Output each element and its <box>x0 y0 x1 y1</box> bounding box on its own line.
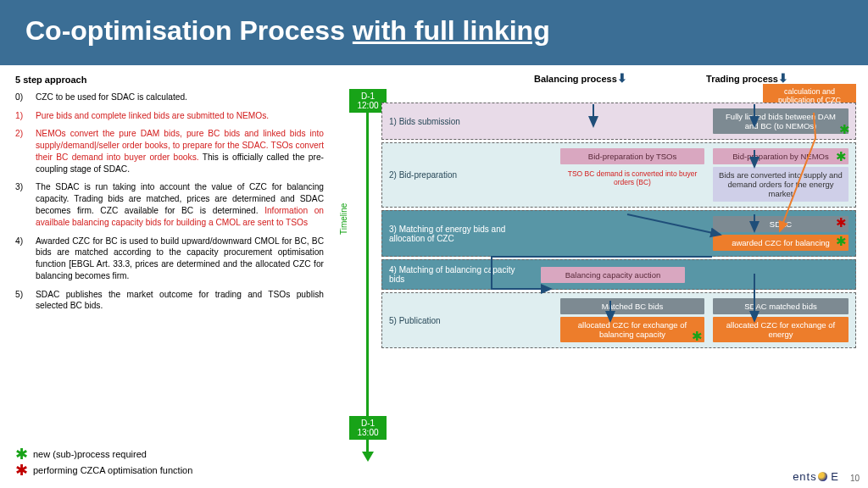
steps-list: 0)CZC to be used for SDAC is calculated.… <box>15 92 324 312</box>
step-1: 1)Pure bids and complete linked bids are… <box>15 110 324 122</box>
cell-balancing-auction: Balancing capacity auction <box>541 267 685 283</box>
cell-linked-bids: Fully linked bids between DAM and BC (to… <box>713 108 849 134</box>
slide-title: Co-optimisation Process with full linkin… <box>0 0 868 65</box>
legend-czca: ✱performing CZCA optimisation function <box>15 464 192 476</box>
slide-number: 10 <box>850 474 860 483</box>
cell-matched-bc: Matched BC bids <box>560 298 704 314</box>
step-4: 4)Awarded CZC for BC is used to build up… <box>15 236 324 282</box>
entsoe-logo: ents E <box>793 470 839 483</box>
legend: ✱new (sub-)process required ✱performing … <box>15 445 192 476</box>
column-headers: Balancing process⬇ Trading process⬇ <box>331 70 856 84</box>
title-plain: Co-optimisation Process <box>25 15 353 46</box>
row-matching-balancing: 4) Matching of balancing capacity bids B… <box>381 259 856 290</box>
slide-body: 5 step approach 0)CZC to be used for SDA… <box>0 65 868 480</box>
title-underline: with full linking <box>353 15 550 46</box>
trading-header: Trading process⬇ <box>706 70 788 84</box>
timeline-label: Timeline <box>339 203 348 235</box>
cell-tso-prep-note: TSO BC demand is converted into buyer or… <box>560 169 704 186</box>
new-process-marker-icon: ✱ <box>836 235 847 247</box>
row-publication: 5) Publication Matched BC bids allocated… <box>381 292 856 348</box>
steps-heading: 5 step approach <box>15 74 324 86</box>
red-star-icon: ✱ <box>15 464 28 476</box>
row-bids-submission: 1) Bids submission Fully linked bids bet… <box>381 103 856 140</box>
row-bid-preparation: 2) Bid-preparation Bid-preparation by TS… <box>381 142 856 208</box>
step-2: 2)NEMOs convert the pure DAM bids, pure … <box>15 128 324 175</box>
cell-awarded-czc: awarded CZC for balancing ✱ <box>713 235 849 251</box>
cell-sdac-matched: SDAC matched bids <box>713 298 849 314</box>
row-matching-energy: 3) Matching of energy bids and allocatio… <box>381 210 856 257</box>
cell-alloc-czc-energy: allocated CZC for exchange of energy <box>713 317 849 342</box>
new-process-marker-icon: ✱ <box>692 330 703 342</box>
step-5: 5)SDAC publishes the market outcome for … <box>15 289 324 313</box>
step-0: 0)CZC to be used for SDAC is calculated. <box>15 92 324 103</box>
legend-new-process: ✱new (sub-)process required <box>15 448 192 460</box>
down-arrow-icon: ⬇ <box>778 72 788 84</box>
cell-alloc-czc-bal: allocated CZC for exchange of balancing … <box>560 317 704 342</box>
left-column: 5 step approach 0)CZC to be used for SDA… <box>0 65 331 480</box>
new-process-marker-icon: ✱ <box>836 150 847 163</box>
timeline-bottom: D-1 13:00 <box>349 416 387 440</box>
green-star-icon: ✱ <box>15 448 28 460</box>
logo-globe-icon <box>818 472 827 481</box>
timeline-arrowhead-icon <box>362 452 374 462</box>
cell-nemo-prep-note: Bids are converted into supply and deman… <box>713 167 849 202</box>
balancing-header: Balancing process⬇ <box>534 70 627 84</box>
down-arrow-icon: ⬇ <box>617 72 627 84</box>
diagram-rows: 1) Bids submission Fully linked bids bet… <box>331 103 856 348</box>
timeline-axis <box>366 101 369 455</box>
new-process-marker-icon: ✱ <box>839 123 850 136</box>
step-3: 3)The SDAC is run taking into account th… <box>15 181 324 228</box>
cell-sdac: SDAC ✱ <box>713 216 849 232</box>
right-diagram: Timeline D-1 12:00 D-1 13:00 Balancing p… <box>331 65 868 480</box>
cell-tso-prep: Bid-preparation by TSOs <box>560 148 704 164</box>
czca-marker-icon: ✱ <box>836 216 847 229</box>
cell-nemo-prep: Bid-preparation by NEMOs ✱ <box>713 148 849 164</box>
